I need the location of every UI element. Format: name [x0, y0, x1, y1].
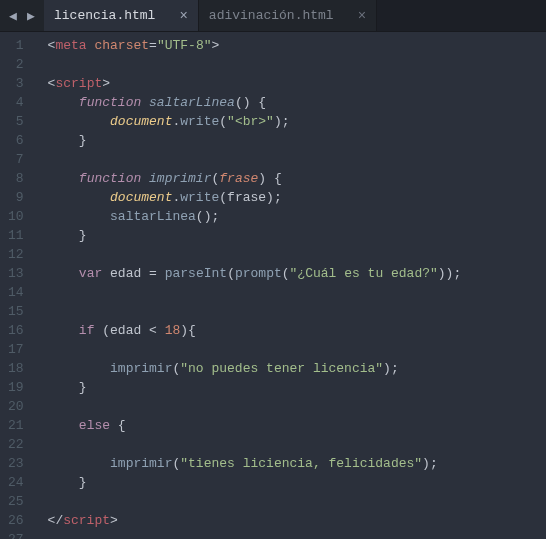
- code-line: document.write(frase);: [48, 188, 462, 207]
- tab-licencia[interactable]: licencia.html ×: [44, 0, 199, 31]
- code-line: saltarLinea();: [48, 207, 462, 226]
- line-number: 1: [8, 36, 24, 55]
- code-line: imprimir("tienes liciencia, felicidades"…: [48, 454, 462, 473]
- code-line: <script>: [48, 74, 462, 93]
- line-number: 18: [8, 359, 24, 378]
- line-number: 11: [8, 226, 24, 245]
- code-line: [48, 530, 462, 539]
- line-number: 7: [8, 150, 24, 169]
- code-line: [48, 302, 462, 321]
- line-number: 19: [8, 378, 24, 397]
- line-number: 15: [8, 302, 24, 321]
- code-line: }: [48, 378, 462, 397]
- line-number: 9: [8, 188, 24, 207]
- code-line: [48, 397, 462, 416]
- line-number: 17: [8, 340, 24, 359]
- code-line: [48, 283, 462, 302]
- line-number: 20: [8, 397, 24, 416]
- code-line: [48, 340, 462, 359]
- code-line: function saltarLinea() {: [48, 93, 462, 112]
- line-number: 8: [8, 169, 24, 188]
- tab-nav-left-icon[interactable]: ◀: [6, 9, 20, 23]
- code-line: }: [48, 473, 462, 492]
- code-line: var edad = parseInt(prompt("¿Cuál es tu …: [48, 264, 462, 283]
- line-number: 23: [8, 454, 24, 473]
- line-number: 25: [8, 492, 24, 511]
- code-area[interactable]: <meta charset="UTF-8"> <script> function…: [36, 32, 462, 539]
- tab-label: licencia.html: [54, 8, 155, 23]
- line-number: 27: [8, 530, 24, 539]
- code-line: [48, 435, 462, 454]
- line-number: 16: [8, 321, 24, 340]
- line-number: 10: [8, 207, 24, 226]
- code-line: [48, 55, 462, 74]
- line-number: 21: [8, 416, 24, 435]
- code-line: [48, 245, 462, 264]
- line-number: 14: [8, 283, 24, 302]
- tab-controls: ◀ ▶: [0, 0, 44, 31]
- tab-bar: ◀ ▶ licencia.html × adivinación.html ×: [0, 0, 546, 32]
- code-line: if (edad < 18){: [48, 321, 462, 340]
- code-line: imprimir("no puedes tener licencia");: [48, 359, 462, 378]
- line-number: 26: [8, 511, 24, 530]
- code-line: </script>: [48, 511, 462, 530]
- line-number: 3: [8, 74, 24, 93]
- line-number: 22: [8, 435, 24, 454]
- close-icon[interactable]: ×: [358, 9, 366, 23]
- tab-label: adivinación.html: [209, 8, 334, 23]
- tab-nav-right-icon[interactable]: ▶: [24, 9, 38, 23]
- line-number: 4: [8, 93, 24, 112]
- editor: 1 2 3 4 5 6 7 8 9 10 11 12 13 14 15 16 1…: [0, 32, 546, 539]
- line-number: 13: [8, 264, 24, 283]
- line-number: 24: [8, 473, 24, 492]
- code-line: }: [48, 226, 462, 245]
- code-line: else {: [48, 416, 462, 435]
- close-icon[interactable]: ×: [179, 9, 187, 23]
- code-line: function imprimir(frase) {: [48, 169, 462, 188]
- code-line: document.write("<br>");: [48, 112, 462, 131]
- line-number: 2: [8, 55, 24, 74]
- code-line: [48, 150, 462, 169]
- code-line: <meta charset="UTF-8">: [48, 36, 462, 55]
- line-number-gutter: 1 2 3 4 5 6 7 8 9 10 11 12 13 14 15 16 1…: [0, 32, 36, 539]
- code-line: }: [48, 131, 462, 150]
- code-line: [48, 492, 462, 511]
- line-number: 6: [8, 131, 24, 150]
- line-number: 5: [8, 112, 24, 131]
- tab-adivinacion[interactable]: adivinación.html ×: [199, 0, 377, 31]
- line-number: 12: [8, 245, 24, 264]
